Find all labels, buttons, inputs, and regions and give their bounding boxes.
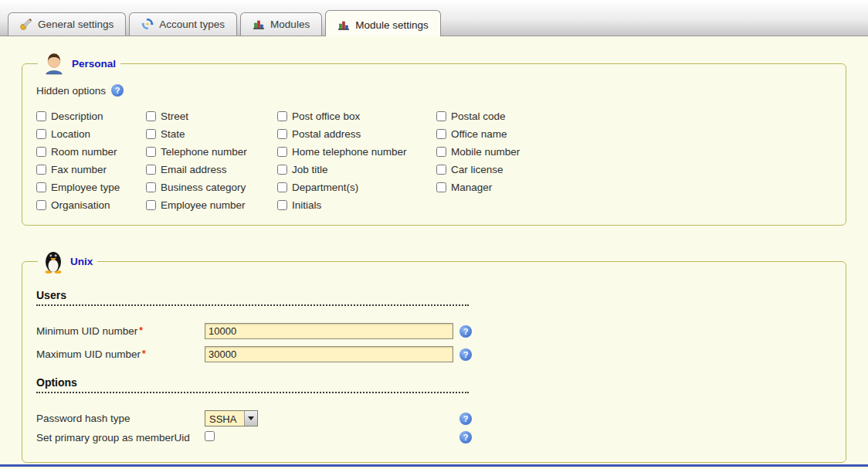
hidden-option-manager: Manager — [436, 182, 832, 193]
field-control — [205, 346, 459, 362]
hidden-option-postal-address-checkbox[interactable] — [277, 129, 287, 139]
password-hash-control: SSHA — [205, 410, 459, 427]
minimum-uid-number-input[interactable] — [205, 323, 453, 339]
field-row-minimum-uid-number: Minimum UID number*? — [36, 323, 832, 339]
tab-module-settings[interactable]: Module settings — [325, 10, 441, 36]
hidden-option-organisation: Organisation — [36, 199, 135, 211]
hidden-option-label: Room number — [51, 146, 117, 158]
tab-general-settings[interactable]: General settings — [8, 12, 126, 36]
hidden-option-street-checkbox[interactable] — [146, 111, 156, 121]
member-uid-checkbox[interactable] — [205, 431, 215, 441]
hidden-option-location-checkbox[interactable] — [36, 129, 46, 139]
hidden-option-car-license: Car license — [436, 164, 832, 175]
password-hash-row: Password hash type SSHA ? — [36, 410, 832, 427]
hidden-option-email-address-checkbox[interactable] — [146, 165, 156, 175]
hidden-option-label: Initials — [292, 199, 321, 211]
hidden-option-initials: Initials — [277, 199, 426, 211]
hidden-option-job-title-checkbox[interactable] — [277, 165, 287, 175]
hidden-option-employee-type-checkbox[interactable] — [36, 182, 46, 192]
hidden-option-car-license-checkbox[interactable] — [436, 165, 446, 175]
hidden-option-label: Department(s) — [292, 182, 358, 193]
hidden-option-email-address: Email address — [146, 164, 266, 175]
unix-user-fields: Minimum UID number*?Maximum UID number*? — [36, 323, 832, 362]
hidden-option-room-number-checkbox[interactable] — [36, 147, 46, 157]
hidden-option-label: Postal address — [292, 128, 361, 140]
hidden-option-telephone-number-checkbox[interactable] — [146, 147, 156, 157]
hidden-option-initials-checkbox[interactable] — [277, 200, 287, 210]
hidden-options-label: Hidden options — [36, 85, 106, 97]
hidden-option-office-name-checkbox[interactable] — [436, 129, 446, 139]
hidden-option-label: Organisation — [51, 199, 110, 211]
options-subheading: Options — [36, 376, 469, 393]
field-row-maximum-uid-number: Maximum UID number*? — [36, 346, 832, 362]
hidden-option-mobile-number-checkbox[interactable] — [436, 147, 446, 157]
help-icon[interactable]: ? — [459, 348, 472, 361]
tab-label: Module settings — [355, 19, 429, 31]
unix-legend-label: Unix — [70, 256, 93, 267]
hidden-option-post-office-box-checkbox[interactable] — [277, 111, 287, 121]
hidden-option-label: Description — [51, 110, 103, 122]
hidden-option-postal-code: Postal code — [436, 110, 832, 122]
hidden-option-mobile-number: Mobile number — [436, 146, 832, 158]
hidden-option-telephone-number: Telephone number — [146, 146, 266, 158]
required-asterisk: * — [139, 325, 143, 336]
tab-bar: General settingsAccount typesModulesModu… — [0, 0, 868, 36]
hidden-option-label: Location — [51, 128, 90, 140]
hidden-option-employee-type: Employee type — [36, 182, 135, 193]
tab-account-types[interactable]: Account types — [129, 12, 237, 36]
hidden-option-room-number: Room number — [36, 146, 135, 158]
password-hash-selected-value: SSHA — [205, 411, 244, 426]
help-icon[interactable]: ? — [459, 325, 472, 338]
hidden-options-grid: DescriptionStreetPost office boxPostal c… — [36, 110, 832, 211]
hidden-option-home-telephone-number-checkbox[interactable] — [277, 147, 287, 157]
wrench-icon — [20, 18, 32, 30]
hidden-option-state: State — [146, 128, 266, 140]
hidden-option-label: Email address — [161, 164, 227, 175]
hidden-options-row: Hidden options ? — [36, 84, 832, 97]
personal-legend-label: Personal — [72, 58, 116, 70]
help-icon[interactable]: ? — [111, 84, 124, 97]
hidden-option-label: Street — [161, 110, 188, 122]
field-label: Minimum UID number* — [36, 325, 205, 337]
personal-legend: Personal — [38, 52, 120, 75]
modules-icon — [253, 18, 265, 30]
hidden-option-label: Office name — [451, 128, 507, 140]
hidden-option-employee-number-checkbox[interactable] — [146, 200, 156, 210]
member-uid-label: Set primary group as memberUid — [36, 432, 205, 444]
module-settings-icon — [337, 19, 350, 31]
tux-penguin-icon — [42, 249, 64, 274]
hidden-option-label: Business category — [161, 182, 246, 193]
hidden-option-business-category: Business category — [146, 182, 266, 193]
hidden-option-office-name: Office name — [436, 128, 832, 140]
hidden-option-department-s-checkbox[interactable] — [277, 182, 287, 192]
hidden-option-fax-number-checkbox[interactable] — [36, 165, 46, 175]
hidden-option-organisation-checkbox[interactable] — [36, 200, 46, 210]
hidden-option-label: Post office box — [292, 110, 360, 122]
person-icon — [42, 52, 66, 75]
hidden-option-state-checkbox[interactable] — [146, 129, 156, 139]
tab-modules[interactable]: Modules — [240, 12, 322, 36]
hidden-option-label: Job title — [292, 164, 328, 175]
hidden-option-employee-number: Employee number — [146, 199, 266, 211]
help-icon[interactable]: ? — [459, 431, 472, 444]
hidden-option-business-category-checkbox[interactable] — [146, 182, 156, 192]
unix-legend: Unix — [38, 249, 97, 274]
hidden-option-post-office-box: Post office box — [277, 110, 426, 122]
hidden-option-postal-code-checkbox[interactable] — [436, 111, 446, 121]
help-icon[interactable]: ? — [459, 413, 472, 425]
hidden-option-description-checkbox[interactable] — [36, 111, 46, 121]
hidden-option-location: Location — [36, 128, 135, 140]
hidden-option-label: Postal code — [451, 110, 506, 122]
member-uid-control — [205, 431, 459, 444]
hidden-option-label: Fax number — [51, 164, 107, 175]
chevron-down-icon — [244, 411, 257, 426]
content-area: Personal Hidden options ? DescriptionStr… — [0, 36, 868, 463]
maximum-uid-number-input[interactable] — [205, 346, 453, 362]
hidden-option-manager-checkbox[interactable] — [436, 182, 446, 192]
hidden-option-postal-address: Postal address — [277, 128, 426, 140]
hidden-option-label: Manager — [451, 182, 492, 193]
password-hash-select[interactable]: SSHA — [205, 410, 258, 427]
personal-section: Personal Hidden options ? DescriptionStr… — [22, 52, 846, 226]
field-label: Maximum UID number* — [36, 348, 205, 360]
member-uid-row: Set primary group as memberUid ? — [36, 431, 832, 444]
